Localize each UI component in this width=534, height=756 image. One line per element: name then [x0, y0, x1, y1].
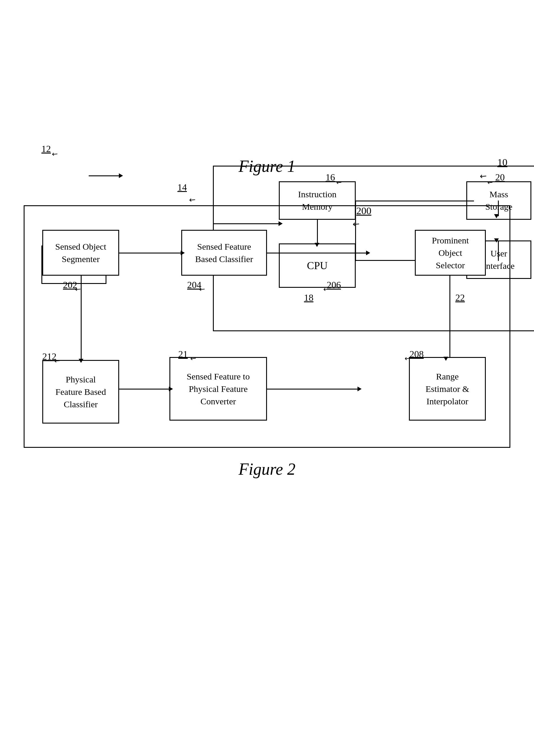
figure2-title: Figure 2 [24, 460, 510, 478]
page: 10 ↗ 14 ↙ 12 ↗ Camera Instruction Memory [0, 0, 534, 756]
pos-to-rei-arrow-icon [443, 357, 448, 361]
sensed-feature-based-classifier-box: Sensed Feature Based Classifier [181, 230, 267, 276]
sos-to-sfbc-line [119, 253, 182, 254]
cpu-top-h-line [355, 201, 474, 202]
pfbc-to-sftpfc-arrow-icon [169, 387, 173, 391]
sftpfc-to-rei-arrow-icon [358, 387, 361, 391]
sos-label: Sensed Object Segmenter [55, 240, 106, 265]
sos-to-sfbc-arrow-icon [181, 251, 185, 255]
sfbc-to-pos-line [267, 253, 367, 254]
ref-label-12: 12 [41, 144, 51, 154]
ref-label-14: 14 [177, 182, 187, 193]
pfbc-to-sftpfc-line [119, 389, 170, 390]
sensed-object-segmenter-box: Sensed Object Segmenter [42, 230, 119, 276]
sftpfc-to-rei-line [267, 389, 359, 390]
camera-line [89, 176, 120, 176]
sensed-feature-to-physical-feature-converter-box: Sensed Feature to Physical Feature Conve… [170, 357, 267, 420]
sfbc-to-pos-arrow-icon [366, 251, 370, 255]
prominent-object-selector-box: Prominent Object Selector [415, 230, 486, 276]
rei-label: Range Estimator & Interpolator [425, 370, 469, 408]
pos-label: Prominent Object Selector [432, 234, 469, 272]
sftpfc-label: Sensed Feature to Physical Feature Conve… [187, 370, 250, 408]
sos-to-pfbc-arrow-icon [79, 359, 83, 363]
ref-label-21: 21 [178, 349, 188, 360]
figure2-section: 200 ↗ Sensed Object Segmenter 202 ↗ Sens… [24, 205, 510, 478]
physical-feature-based-classifier-box: Physical Feature Based Classifier [42, 360, 119, 423]
arrow-14-icon: ↙ [187, 194, 198, 205]
sos-to-pfbc-v-line [81, 276, 82, 360]
fig2-outer-box: Sensed Object Segmenter 202 ↗ Sensed Fea… [24, 205, 510, 448]
range-estimator-interpolator-box: Range Estimator & Interpolator [409, 357, 486, 420]
ref-label-16: 16 [326, 172, 335, 183]
camera-arrow-icon [119, 173, 123, 178]
sfbc-label: Sensed Feature Based Classifier [195, 240, 253, 265]
figure1-section: 10 ↗ 14 ↙ 12 ↗ Camera Instruction Memory [24, 157, 510, 176]
pfbc-label: Physical Feature Based Classifier [56, 373, 106, 411]
ref-label-20: 20 [495, 172, 505, 183]
pos-to-rei-v-line [449, 276, 450, 358]
